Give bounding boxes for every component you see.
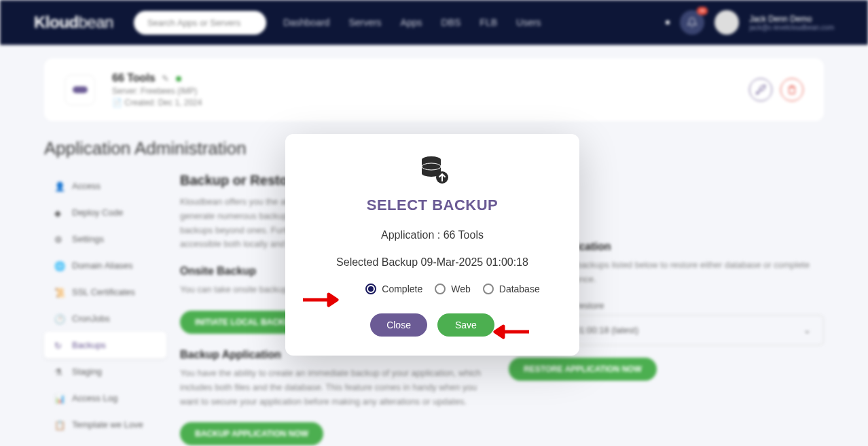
radio-circle-icon (435, 284, 446, 294)
delete-button[interactable] (780, 78, 803, 101)
globe-icon: 🌐 (54, 261, 64, 271)
chart-icon: 📊 (54, 394, 64, 403)
radio-label: Complete (382, 284, 422, 294)
modal-title: SELECT BACKUP (309, 196, 556, 214)
sidebar-label: Staging (72, 366, 102, 377)
app-actions (749, 78, 803, 101)
sidebar-label: Template we Love (72, 419, 143, 430)
sidebar-item-ssl[interactable]: 📜SSL Certificates (44, 279, 166, 305)
radio-database[interactable]: Database (483, 284, 540, 294)
app-title: 66 Tools (112, 72, 156, 84)
radio-web[interactable]: Web (435, 284, 471, 294)
sidebar-item-domain[interactable]: 🌐Domain Aliases (44, 252, 166, 279)
edit-icon[interactable]: ✎ (162, 73, 169, 84)
app-server: Server: Freebees (IMP) (112, 86, 202, 96)
nav-users[interactable]: Users (516, 17, 541, 28)
notifications-button[interactable]: •• (680, 10, 704, 35)
sidebar-item-staging[interactable]: ⚗Staging (44, 358, 166, 385)
logo[interactable]: Kloudbean (34, 13, 113, 32)
backup-application-button[interactable]: BACKUP APPLICATION NOW (180, 422, 323, 445)
status-dot (176, 76, 181, 82)
annotation-arrow-right (490, 324, 530, 343)
restore-application-button[interactable]: RESTORE APPLICATION NOW (509, 358, 657, 381)
radio-circle-icon (365, 284, 376, 294)
sidebar-item-log[interactable]: 📊Access Log (44, 385, 166, 411)
select-backup-modal: SELECT BACKUP Application : 66 Tools Sel… (285, 134, 579, 356)
code-icon: ◆ (54, 208, 64, 218)
refresh-icon: ↻ (54, 341, 64, 350)
user-info[interactable]: Jack Denn Demo jack@c-levelcloudbean.com (749, 14, 834, 31)
app-header-card: 66 Tools ✎ Server: Freebees (IMP) 📄 Crea… (44, 58, 824, 121)
logo-text-2: bean (78, 13, 113, 31)
status-indicator (666, 20, 670, 24)
sidebar-item-deploy[interactable]: ◆Deploy Code (44, 199, 166, 226)
trash-icon (787, 85, 797, 95)
sidebar-label: SSL Certificates (72, 287, 135, 297)
save-button[interactable]: Save (437, 313, 494, 337)
radio-complete[interactable]: Complete (365, 284, 422, 294)
chevron-down-icon: ⌄ (803, 325, 811, 335)
nav-flb[interactable]: FLB (480, 17, 497, 28)
modal-selected-backup-label: Selected Backup 09-Mar-2025 01:00:18 (309, 256, 556, 269)
sidebar-label: Domain Aliases (72, 260, 133, 271)
sidebar-item-cron[interactable]: 🕐CronJobs (44, 305, 166, 332)
database-upload-icon (309, 153, 556, 188)
avatar[interactable] (715, 10, 739, 35)
clock-icon: 🕐 (54, 314, 64, 324)
app-info: 66 Tools ✎ Server: Freebees (IMP) 📄 Crea… (112, 72, 202, 107)
sidebar-item-access[interactable]: 👤Access (44, 173, 166, 199)
user-email: jack@c-levelcloudbean.com (749, 24, 834, 31)
header-right: •• Jack Denn Demo jack@c-levelcloudbean.… (666, 10, 834, 35)
sidebar-label: Deploy Code (72, 207, 123, 218)
annotation-arrow-left (302, 292, 342, 311)
template-icon: 📋 (54, 420, 64, 430)
launch-button[interactable] (749, 78, 772, 101)
nav-dashboard[interactable]: Dashboard (283, 17, 330, 28)
nav-apps[interactable]: Apps (401, 17, 422, 28)
modal-application-label: Application : 66 Tools (309, 229, 556, 241)
logo-text-1: Kloud (34, 13, 78, 31)
rocket-icon (755, 84, 766, 95)
sidebar: 👤Access ◆Deploy Code ⚙Settings 🌐Domain A… (44, 173, 166, 445)
backup-type-radio-group: Complete Web Database (309, 284, 556, 294)
cert-icon: 📜 (54, 288, 64, 297)
search-input[interactable]: Search Apps or Servers (134, 11, 266, 35)
person-icon: 👤 (54, 182, 64, 191)
close-button[interactable]: Close (370, 313, 427, 337)
app-created: 📄 Created: Dec 1, 2024 (112, 98, 202, 107)
staging-icon: ⚗ (54, 367, 64, 377)
backup-app-description: You have the ability to create an immedi… (180, 366, 495, 409)
radio-circle-icon (483, 284, 494, 294)
sidebar-label: Settings (72, 234, 104, 244)
sidebar-label: Access (72, 181, 101, 191)
top-header: Kloudbean Search Apps or Servers Dashboa… (0, 0, 868, 45)
gear-icon: ⚙ (54, 235, 64, 244)
user-name: Jack Denn Demo (749, 14, 834, 24)
bell-icon (687, 17, 698, 28)
nav-servers[interactable]: Servers (348, 17, 381, 28)
sidebar-label: Backups (72, 340, 106, 350)
sidebar-item-template[interactable]: 📋Template we Love (44, 411, 166, 438)
sidebar-label: CronJobs (72, 313, 110, 324)
sidebar-label: Access Log (72, 393, 117, 403)
sidebar-item-backups[interactable]: ↻Backups (44, 332, 166, 358)
radio-label: Database (499, 284, 540, 294)
sidebar-item-settings[interactable]: ⚙Settings (44, 226, 166, 252)
nav-menu: Dashboard Servers Apps DBS FLB Users (283, 17, 541, 28)
app-icon (65, 75, 95, 105)
radio-label: Web (451, 284, 471, 294)
notification-badge: •• (697, 7, 708, 15)
nav-dbs[interactable]: DBS (441, 17, 461, 28)
